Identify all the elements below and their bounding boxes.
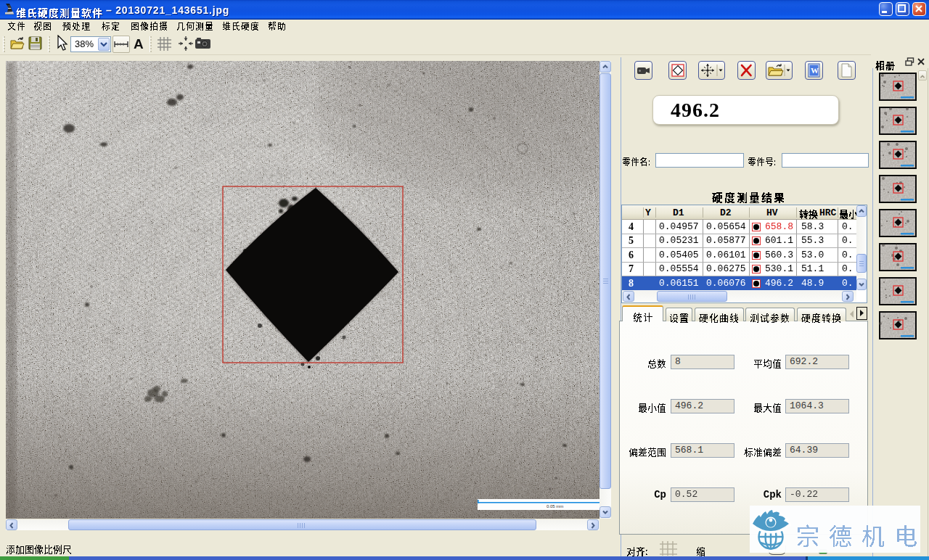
svg-text:W: W xyxy=(811,66,819,75)
svg-text:0.05 mm: 0.05 mm xyxy=(547,504,563,508)
